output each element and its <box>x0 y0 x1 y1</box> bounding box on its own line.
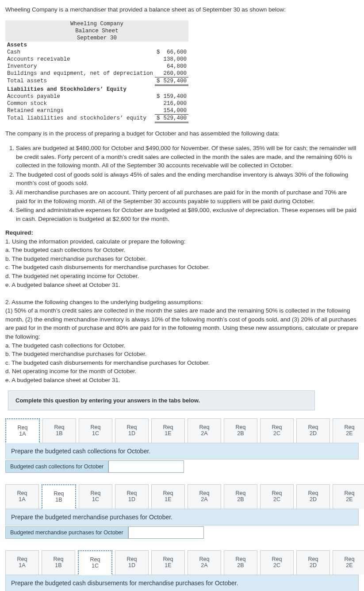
tab-req-1a[interactable]: Req 1A <box>5 418 40 443</box>
req-2a: a. The budgeted cash collections for Oct… <box>5 342 125 349</box>
label-1b: Budgeted merchandise purchases for Octob… <box>5 526 128 539</box>
tab-req-1d[interactable]: Req 1D <box>115 418 149 443</box>
req-1b: b. The budgeted merchandise purchases fo… <box>5 255 146 262</box>
bs-tl-dollar: $ <box>155 114 162 122</box>
data-item-1: Sales are budgeted at $480,000 for Octob… <box>16 144 359 170</box>
tab-req-1e-3[interactable]: Req 1E <box>151 550 185 575</box>
bs-cash-value: 66,600 <box>162 49 189 56</box>
tab-req-1e-2[interactable]: Req 1E <box>151 484 185 509</box>
tab-req-2c[interactable]: Req 2C <box>260 418 294 443</box>
required-header: Required: <box>5 229 33 236</box>
tabs-3: Req 1A Req 1B Req 1C Req 1D Req 1E Req 2… <box>5 550 359 575</box>
bs-cash-label: Cash <box>5 49 155 56</box>
req-2c: c. The budgeted cash disbursements for m… <box>5 359 210 366</box>
tab-req-2b-2[interactable]: Req 2B <box>224 484 257 509</box>
tab-req-2e-2[interactable]: Req 2E <box>333 484 364 509</box>
input-1a[interactable] <box>108 460 184 473</box>
bs-ap-dollar: $ <box>155 93 162 100</box>
tabs-1: Req 1A Req 1B Req 1C Req 1D Req 1E Req 2… <box>5 418 359 443</box>
tab-req-2d[interactable]: Req 2D <box>296 418 330 443</box>
tab-req-1d-2[interactable]: Req 1D <box>115 484 149 509</box>
complete-instruction: Complete this question by entering your … <box>8 390 315 410</box>
label-1a: Budgeted cash collections for October <box>5 460 108 473</box>
data-item-3: All merchandise purchases are on account… <box>16 188 359 205</box>
bs-ta-dollar: $ <box>155 77 162 85</box>
tab-req-2b[interactable]: Req 2B <box>224 418 257 443</box>
bs-ap-label: Accounts payable <box>5 93 155 100</box>
required-block: Required: 1. Using the information provi… <box>5 228 359 384</box>
req-2: 2. Assume the following changes to the u… <box>5 299 203 305</box>
section-req-1a: Req 1A Req 1B Req 1C Req 1D Req 1E Req 2… <box>5 418 359 473</box>
tab-req-2a-2[interactable]: Req 2A <box>188 484 221 509</box>
bs-be-value: 260,000 <box>162 70 189 77</box>
tab-req-1b-2[interactable]: Req 1B <box>42 484 76 509</box>
bs-ar-label: Accounts receivable <box>5 56 155 63</box>
bs-inv-label: Inventory <box>5 63 155 70</box>
tab-req-1b-3[interactable]: Req 1B <box>42 550 75 575</box>
data-item-4: Selling and administrative expenses for … <box>16 206 359 223</box>
data-list: Sales are budgeted at $480,000 for Octob… <box>8 144 359 223</box>
req-1e: e. A budgeted balance sheet at October 3… <box>5 282 120 288</box>
prompt-1a: Prepare the budgeted cash collections fo… <box>5 443 359 460</box>
bs-re-label: Retained earnings <box>5 107 155 115</box>
tab-req-2c-2[interactable]: Req 2C <box>260 484 294 509</box>
tab-req-1b[interactable]: Req 1B <box>42 418 76 443</box>
req-2b: b. The budgeted merchandise purchases fo… <box>5 351 146 357</box>
tab-req-2d-2[interactable]: Req 2D <box>296 484 330 509</box>
bs-be-label: Buildings and equipment, net of deprecia… <box>5 70 155 77</box>
bs-cs-label: Common stock <box>5 100 155 107</box>
tab-req-2a[interactable]: Req 2A <box>188 418 221 443</box>
req-1c: c. The budgeted cash disbursements for m… <box>5 264 210 270</box>
req-2e: e. A budgeted balance sheet at October 3… <box>5 377 120 383</box>
balance-sheet-table: Wheeling Company Balance Sheet September… <box>5 20 188 123</box>
tab-req-1a-3[interactable]: Req 1A <box>5 550 39 575</box>
bs-title-2: Balance Sheet <box>5 27 188 35</box>
bs-ta-label: Total assets <box>5 77 155 85</box>
tab-req-2c-3[interactable]: Req 2C <box>260 550 294 575</box>
tab-req-1c[interactable]: Req 1C <box>79 418 112 443</box>
section-req-1c: Req 1A Req 1B Req 1C Req 1D Req 1E Req 2… <box>5 550 359 591</box>
tab-req-2d-3[interactable]: Req 2D <box>296 550 330 575</box>
bs-liab-header: Liabilities and Stockholders’ Equity <box>5 85 188 93</box>
tab-req-1c-2[interactable]: Req 1C <box>79 484 112 509</box>
bs-tl-value: 529,400 <box>162 114 189 122</box>
bs-cash-dollar: $ <box>155 49 162 56</box>
bs-title-3: September 30 <box>5 35 188 42</box>
bs-title-1: Wheeling Company <box>5 20 188 27</box>
tab-req-1c-3[interactable]: Req 1C <box>78 550 112 575</box>
tab-req-1d-3[interactable]: Req 1D <box>115 550 149 575</box>
tab-req-2e-3[interactable]: Req 2E <box>333 550 364 575</box>
input-1b[interactable] <box>128 526 204 539</box>
bs-tl-label: Total liabilities and stockholders’ equi… <box>5 114 155 122</box>
tab-req-1a-2[interactable]: Req 1A <box>5 484 39 509</box>
req-1a: a. The budgeted cash collections for Oct… <box>5 247 125 253</box>
intro-text: Wheeling Company is a merchandiser that … <box>5 5 359 14</box>
bs-assets-header: Assets <box>5 42 188 49</box>
section-req-1b: Req 1A Req 1B Req 1C Req 1D Req 1E Req 2… <box>5 484 359 539</box>
para-2: The company is in the process of prepari… <box>5 129 359 138</box>
bs-re-value: 154,000 <box>162 107 189 115</box>
tab-req-1e[interactable]: Req 1E <box>151 418 185 443</box>
bs-cs-value: 216,000 <box>162 100 189 107</box>
complete-instruction-text: Complete this question by entering your … <box>15 397 200 404</box>
tabs-2: Req 1A Req 1B Req 1C Req 1D Req 1E Req 2… <box>5 484 359 509</box>
bs-ta-value: 529,400 <box>162 77 189 85</box>
tab-req-2a-3[interactable]: Req 2A <box>188 550 221 575</box>
prompt-1c: Prepare the budgeted cash disbursements … <box>5 575 359 591</box>
tab-req-2b-3[interactable]: Req 2B <box>224 550 257 575</box>
bs-ap-value: 159,400 <box>162 93 189 100</box>
req-1d: d. The budgeted net operating income for… <box>5 273 139 279</box>
bs-inv-value: 64,800 <box>162 63 189 70</box>
prompt-1b: Prepare the budgeted merchandise purchas… <box>5 509 359 525</box>
data-item-2: The budgeted cost of goods sold is alway… <box>16 170 359 188</box>
tab-req-2e[interactable]: Req 2E <box>333 418 364 443</box>
bs-ar-value: 138,000 <box>162 56 189 63</box>
req-2d: d. Net operating income for the month of… <box>5 368 136 375</box>
req-1: 1. Using the information provided, calcu… <box>5 238 185 245</box>
req-2p: (1) 50% of a month’s credit sales are co… <box>5 307 358 340</box>
